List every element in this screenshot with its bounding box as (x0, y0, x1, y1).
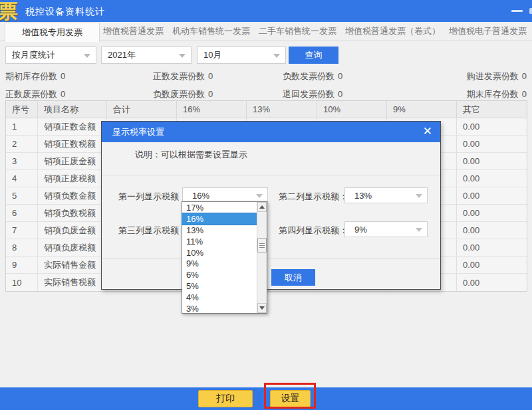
chevron-down-icon (179, 54, 186, 58)
row-other-value: 0.00 (457, 136, 527, 152)
rate-options-dropdown: 17% 16% 13% 11% 10% 9% 6% 5% 4% 3% (182, 201, 267, 314)
tab-used-car-invoice[interactable]: 二手车销售统一发票 (259, 25, 336, 37)
stat-returned-invoices: 退回发票份数0 (283, 88, 342, 100)
title-bar: 票 税控设备资料统计 (0, 0, 532, 22)
chevron-down-icon (273, 54, 280, 58)
option-10pct[interactable]: 10% (182, 247, 257, 258)
stat-negative-void: 负数废票份数0 (153, 88, 213, 100)
year-select[interactable]: 2021年 (101, 47, 192, 64)
query-button[interactable]: 查询 (289, 47, 338, 64)
row-name: 销项正数金额 (38, 118, 107, 135)
option-3pct[interactable]: 3% (182, 303, 257, 314)
stats-row-2: 正数废票份数0 负数废票份数0 退回发票份数0 期末库存份数0 (0, 88, 532, 100)
cancel-button[interactable]: 取消 (271, 269, 315, 286)
col-header-no: 序号 (6, 101, 38, 118)
row-other-value: 0.00 (457, 222, 527, 239)
stat-opening-stock: 期初库存份数0 (5, 70, 65, 82)
print-button[interactable]: 打印 (198, 390, 253, 407)
field1-label: 第一列显示税额： (118, 191, 188, 203)
bottom-action-bar: 打印 设置 (0, 387, 532, 410)
row-other-value: 0.00 (457, 256, 527, 273)
row-name: 销项正数税额 (38, 136, 107, 152)
scroll-up-icon[interactable] (257, 202, 267, 212)
tab-vat-e-invoice[interactable]: 增值税电子普通发票 (449, 25, 527, 37)
row-no: 8 (6, 239, 38, 256)
row-name: 销项负废税额 (38, 239, 107, 256)
row-no: 9 (6, 256, 38, 273)
divider (102, 175, 440, 175)
tax-rate-settings-dialog: 显示税率设置 ✕ 说明：可以根据需要设置显示 第一列显示税额： 16% 第二列显… (101, 121, 441, 290)
row-no: 1 (6, 118, 38, 135)
month-select[interactable]: 10月 (197, 47, 286, 64)
window-control-partial-icon[interactable] (529, 8, 532, 14)
tab-vat-roll-invoice[interactable]: 增值税普通发票（卷式） (345, 25, 440, 37)
row-name: 销项负数金额 (38, 187, 107, 204)
row-no: 4 (6, 170, 38, 187)
row-no: 5 (6, 187, 38, 204)
tab-bar: 增值税专用发票 增值税普通发票 机动车销售统一发票 二手车销售统一发票 增值税普… (0, 22, 532, 41)
column1-rate-value: 16% (192, 191, 209, 201)
row-name: 销项负废金额 (38, 222, 107, 239)
column2-rate-value: 13% (354, 191, 372, 201)
row-other-value: 0.00 (457, 187, 527, 204)
scroll-down-icon[interactable] (257, 303, 267, 313)
stats-row-1: 期初库存份数0 正数发票份数0 负数发票份数0 购进发票份数0 (0, 70, 532, 82)
window-title: 税控设备资料统计 (25, 6, 105, 18)
tab-list: 增值税普通发票 机动车销售统一发票 二手车销售统一发票 增值税普通发票（卷式） … (103, 22, 527, 41)
option-13pct[interactable]: 13% (182, 225, 257, 236)
column4-rate-select[interactable]: 9% (344, 221, 428, 237)
stat-closing-stock: 期末库存份数0 (467, 88, 527, 100)
row-name: 实际销售金额 (38, 256, 107, 273)
period-select[interactable]: 按月度统计 (5, 47, 96, 64)
row-no: 7 (6, 222, 38, 239)
chevron-down-icon (416, 194, 422, 198)
col-header-9pct: 9% (387, 101, 457, 118)
option-5pct[interactable]: 5% (182, 280, 257, 292)
col-header-other: 其它 (457, 101, 527, 118)
option-4pct[interactable]: 4% (182, 292, 257, 303)
stat-positive-invoices: 正数发票份数0 (153, 70, 213, 82)
stat-positive-void: 正数废票份数0 (5, 88, 65, 100)
stat-purchased-invoices: 购进发票份数0 (467, 70, 527, 82)
dropdown-scrollbar[interactable] (257, 202, 267, 313)
app-window: 票 税控设备资料统计 增值税专用发票 增值税普通发票 机动车销售统一发票 二手车… (0, 0, 532, 410)
column2-rate-select[interactable]: 13% (344, 187, 428, 203)
tab-motor-vehicle-invoice[interactable]: 机动车销售统一发票 (172, 25, 250, 37)
option-6pct[interactable]: 6% (182, 269, 257, 280)
tab-vat-special-invoice[interactable]: 增值税专用发票 (5, 23, 100, 42)
table-header-row: 序号 项目名称 合计 16% 13% 10% 9% 其它 (6, 101, 527, 118)
row-name: 销项负数税额 (38, 205, 107, 221)
chevron-down-icon (256, 194, 263, 198)
minimize-icon[interactable] (511, 10, 523, 12)
row-name: 实际销售税额 (38, 274, 107, 291)
column4-rate-value: 9% (354, 225, 367, 235)
month-select-value: 10月 (203, 49, 221, 61)
row-no: 6 (6, 205, 38, 221)
rate-options-list: 17% 16% 13% 11% 10% 9% 6% 5% 4% 3% (182, 202, 257, 313)
dialog-title: 显示税率设置 (112, 126, 164, 138)
row-other-value: 0.00 (457, 205, 527, 221)
option-9pct[interactable]: 9% (182, 258, 257, 269)
row-no: 10 (6, 274, 38, 291)
row-other-value: 0.00 (457, 274, 527, 291)
row-no: 2 (6, 136, 38, 152)
stat-negative-invoices: 负数发票份数0 (283, 70, 342, 82)
option-11pct[interactable]: 11% (182, 236, 257, 247)
scrollbar-thumb[interactable] (257, 238, 267, 253)
close-icon[interactable]: ✕ (423, 125, 432, 138)
divider (102, 258, 440, 259)
dialog-note: 说明：可以根据需要设置显示 (135, 149, 247, 161)
row-name: 销项正废金额 (38, 153, 107, 169)
period-select-value: 按月度统计 (12, 49, 55, 61)
row-no: 3 (6, 153, 38, 169)
row-other-value: 0.00 (457, 118, 527, 135)
row-other-value: 0.00 (457, 239, 527, 256)
tab-vat-ordinary-invoice[interactable]: 增值税普通发票 (103, 25, 164, 37)
option-17pct[interactable]: 17% (182, 202, 257, 213)
settings-button[interactable]: 设置 (270, 390, 311, 407)
col-header-total: 合计 (107, 101, 177, 118)
option-16pct-selected[interactable]: 16% (182, 213, 257, 225)
dialog-header: 显示税率设置 ✕ (102, 122, 440, 142)
col-header-16pct: 16% (177, 101, 247, 118)
row-other-value: 0.00 (457, 170, 527, 187)
